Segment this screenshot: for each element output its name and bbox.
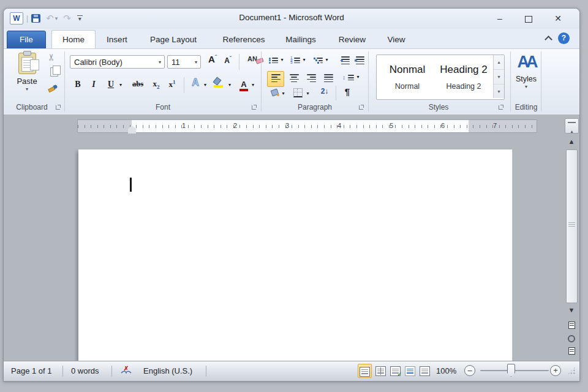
zoom-level[interactable]: 100%	[436, 366, 456, 375]
page-indicator[interactable]: Page 1 of 1	[11, 366, 52, 375]
superscript-button[interactable]: x1	[165, 79, 179, 89]
maximize-button[interactable]	[519, 12, 538, 25]
strikethrough-button[interactable]: abs	[129, 80, 147, 89]
numbering-button[interactable]	[289, 54, 301, 65]
text-effects-button[interactable]: A	[189, 77, 202, 88]
tab-view[interactable]: View	[380, 31, 412, 48]
zoom-slider-thumb[interactable]	[507, 364, 515, 377]
web-layout-view-button[interactable]: ✓	[388, 364, 402, 378]
previous-page-button[interactable]	[567, 320, 576, 331]
tab-references[interactable]: References	[217, 31, 271, 48]
font-color-dropdown-icon[interactable]: ▾	[250, 83, 256, 88]
font-name-dropdown-icon[interactable]: ▾	[159, 60, 161, 65]
sort-button[interactable]: 2↓	[317, 87, 332, 96]
tab-page-layout[interactable]: Page Layout	[143, 31, 203, 48]
tab-home[interactable]: Home	[51, 30, 96, 50]
style-name: Heading 2	[435, 82, 492, 91]
decrease-indent-button[interactable]	[339, 54, 352, 65]
font-dialog-launcher-icon[interactable]	[252, 105, 257, 110]
grow-font-button[interactable]: Aˆ	[206, 54, 219, 64]
text-highlight-dropdown-icon[interactable]: ▾	[227, 83, 233, 88]
fullscreen-reading-view-button[interactable]	[374, 364, 388, 378]
subscript-button[interactable]: x2	[149, 79, 163, 90]
cut-button[interactable]: ✂	[44, 51, 59, 65]
numbering-dropdown-icon[interactable]: ▾	[301, 58, 307, 62]
proofing-status-button[interactable]: ✗	[120, 366, 132, 377]
scrollbar-thumb[interactable]	[566, 149, 578, 303]
change-styles-button[interactable]: AA Styles ▾	[513, 53, 540, 89]
tab-review[interactable]: Review	[333, 31, 371, 48]
paste-button[interactable]: Paste ▾	[12, 53, 42, 92]
line-spacing-button[interactable]	[342, 71, 355, 82]
underline-dropdown-icon[interactable]: ▾	[118, 83, 124, 88]
select-browse-object-button[interactable]	[567, 334, 576, 345]
text-highlight-button[interactable]	[212, 77, 225, 91]
borders-dropdown-icon[interactable]: ▾	[305, 91, 311, 96]
font-size-dropdown-icon[interactable]: ▾	[195, 60, 197, 65]
grow-font-arrow-icon: ˆ	[215, 54, 217, 60]
font-color-button[interactable]: A	[238, 78, 250, 91]
increase-indent-button[interactable]	[354, 54, 366, 65]
outline-view-button[interactable]	[403, 364, 417, 378]
borders-button[interactable]	[292, 88, 304, 100]
styles-more-icon[interactable]: ▾	[494, 85, 504, 99]
format-painter-button[interactable]	[45, 83, 60, 96]
bullets-button[interactable]	[267, 54, 279, 65]
tab-file[interactable]: File	[7, 31, 46, 50]
font-name-combobox[interactable]: Calibri (Body) ▾	[70, 55, 165, 69]
align-right-button[interactable]	[304, 72, 318, 83]
cut-icon: ✂	[46, 53, 57, 61]
show-hide-pilcrow-button[interactable]: ¶	[341, 86, 354, 97]
help-button[interactable]: ?	[558, 32, 570, 44]
style-preview: Nonmal	[382, 64, 433, 76]
styles-dialog-launcher-icon[interactable]	[499, 105, 503, 110]
align-center-button[interactable]	[287, 72, 301, 83]
paste-dropdown-icon[interactable]: ▾	[12, 87, 42, 92]
font-size-combobox[interactable]: 11 ▾	[167, 55, 201, 69]
zoom-in-button[interactable]: +	[550, 365, 561, 376]
tab-mailings[interactable]: Mailings	[279, 31, 322, 48]
tab-insert[interactable]: Insert	[99, 31, 135, 48]
change-styles-label: Styles	[513, 75, 540, 83]
minimize-button[interactable]: –	[491, 12, 509, 25]
style-tile-normal[interactable]: Nonmal Normal	[382, 59, 433, 94]
change-styles-dropdown-icon[interactable]: ▾	[513, 85, 540, 89]
view-ruler-toggle-button[interactable]: ▴▾	[565, 118, 579, 134]
line-spacing-dropdown-icon[interactable]: ▾	[355, 75, 361, 80]
shading-dropdown-icon[interactable]: ▾	[281, 91, 286, 96]
multilevel-list-dropdown-icon[interactable]: ▾	[324, 58, 330, 62]
fullscreen-reading-icon	[375, 366, 386, 376]
print-layout-view-button[interactable]	[358, 364, 372, 378]
language-indicator[interactable]: English (U.S.)	[143, 366, 192, 375]
shading-button[interactable]	[268, 88, 281, 99]
increase-indent-icon	[356, 55, 364, 64]
styles-scroll-up-icon[interactable]: ▴	[494, 55, 504, 70]
align-left-button[interactable]	[267, 71, 284, 87]
previous-page-icon	[568, 322, 575, 329]
bullets-dropdown-icon[interactable]: ▾	[279, 58, 285, 62]
bold-button[interactable]: B	[72, 78, 83, 91]
close-button[interactable]: ✕	[549, 12, 567, 25]
resize-grip-icon[interactable]	[567, 366, 576, 375]
multilevel-list-button[interactable]	[312, 54, 324, 65]
style-tile-heading2[interactable]: Heading 2 Heading 2	[435, 59, 492, 94]
shrink-font-button[interactable]: Aˇ	[222, 55, 234, 65]
italic-button[interactable]: I	[88, 78, 99, 91]
text-effects-dropdown-icon[interactable]: ▾	[202, 83, 208, 88]
paragraph-dialog-launcher-icon[interactable]	[359, 105, 364, 110]
styles-scroll-down-icon[interactable]: ▾	[494, 70, 504, 85]
document-page[interactable]	[78, 149, 512, 361]
zoom-out-button[interactable]: –	[464, 365, 475, 376]
collapse-ribbon-icon[interactable]	[544, 34, 552, 43]
underline-button[interactable]: U	[105, 78, 116, 91]
copy-button[interactable]	[47, 67, 61, 80]
split-handle[interactable]	[567, 356, 576, 361]
scroll-down-icon[interactable]: ▼	[566, 306, 577, 314]
scroll-up-icon[interactable]: ▲	[566, 138, 577, 145]
justify-button[interactable]	[321, 72, 336, 83]
text-cursor	[130, 178, 132, 192]
clipboard-dialog-launcher-icon[interactable]	[56, 105, 61, 110]
clear-formatting-button[interactable]: AN	[245, 55, 260, 62]
word-count[interactable]: 0 words	[71, 366, 99, 375]
draft-view-button[interactable]	[418, 364, 432, 378]
